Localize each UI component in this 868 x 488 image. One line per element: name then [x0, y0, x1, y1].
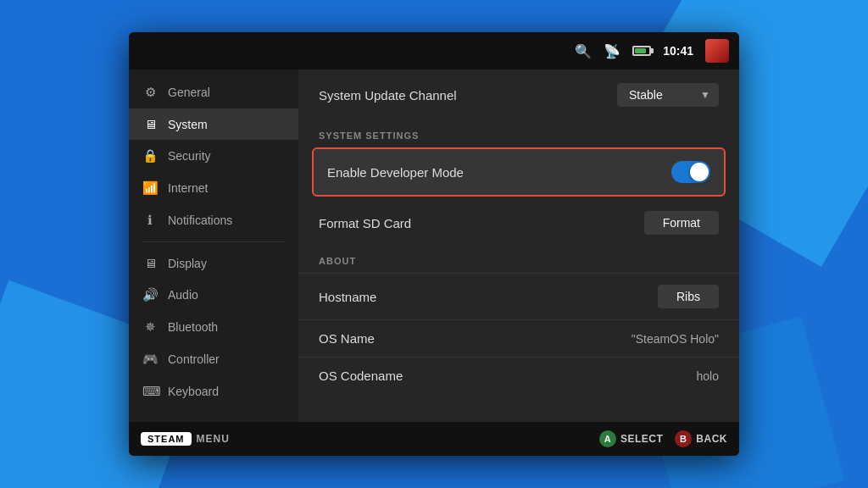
lock-icon: 🔒: [142, 148, 158, 164]
steam-logo: STEAM: [141, 432, 192, 446]
bottom-bar: STEAM MENU A SELECT B BACK: [129, 422, 739, 456]
search-icon[interactable]: 🔍: [575, 43, 592, 59]
os-name-label: OS Name: [319, 331, 375, 346]
signal-icon: 📡: [604, 43, 620, 59]
menu-label: MENU: [197, 433, 230, 445]
sidebar-label-notifications: Notifications: [168, 214, 232, 227]
format-sd-button[interactable]: Format: [644, 211, 719, 235]
info-icon: ℹ: [142, 213, 158, 228]
os-codename-value: holo: [697, 369, 719, 383]
sidebar-item-bluetooth[interactable]: ✵ Bluetooth: [129, 311, 298, 343]
controller-icon: 🎮: [142, 352, 158, 367]
format-sd-row: Format SD Card Format: [298, 200, 739, 246]
os-codename-row: OS Codename holo: [298, 357, 739, 394]
sidebar-item-display[interactable]: 🖥 Display: [129, 247, 298, 279]
keyboard-icon: ⌨: [142, 384, 158, 399]
back-control: B BACK: [675, 430, 727, 447]
display-icon: 🖥: [142, 256, 158, 270]
update-channel-label: System Update Channel: [319, 88, 457, 103]
back-label: BACK: [696, 433, 727, 445]
bluetooth-icon: ✵: [142, 319, 158, 335]
sidebar-item-controller[interactable]: 🎮 Controller: [129, 343, 298, 375]
sidebar-label-keyboard: Keyboard: [168, 385, 219, 398]
bottom-controls: A SELECT B BACK: [599, 430, 727, 447]
sidebar-item-internet[interactable]: 📶 Internet: [129, 172, 298, 204]
update-channel-dropdown-wrapper[interactable]: Stable Beta Preview ▼: [617, 83, 719, 107]
hostname-row: Hostname Ribs: [298, 273, 739, 319]
hostname-value[interactable]: Ribs: [658, 285, 719, 308]
sidebar-item-system[interactable]: 🖥 System: [129, 108, 298, 140]
sidebar-label-controller: Controller: [168, 352, 220, 366]
sidebar: ⚙ General 🖥 System 🔒 Security 📶 Internet…: [129, 69, 298, 422]
sidebar-item-general[interactable]: ⚙ General: [129, 76, 298, 108]
sidebar-item-notifications[interactable]: ℹ Notifications: [129, 204, 298, 236]
titlebar: 🔍 📡 10:41: [129, 32, 739, 69]
clock: 10:41: [663, 44, 693, 58]
sidebar-item-security[interactable]: 🔒 Security: [129, 140, 298, 172]
sidebar-divider: [142, 241, 285, 242]
update-channel-row: System Update Channel Stable Beta Previe…: [298, 69, 739, 120]
sidebar-item-audio[interactable]: 🔊 Audio: [129, 279, 298, 311]
sidebar-label-bluetooth: Bluetooth: [168, 320, 218, 334]
sidebar-label-security: Security: [168, 149, 211, 163]
speaker-icon: 🔊: [142, 287, 158, 302]
select-label: SELECT: [620, 433, 663, 445]
avatar[interactable]: [705, 39, 729, 63]
sidebar-label-general: General: [168, 86, 210, 99]
toggle-knob: [690, 163, 709, 181]
settings-window: 🔍 📡 10:41 ⚙ General 🖥 System 🔒 Secu: [129, 32, 739, 456]
sidebar-label-internet: Internet: [168, 181, 208, 195]
monitor-icon: 🖥: [142, 117, 158, 131]
about-header: ABOUT: [298, 246, 739, 273]
b-button[interactable]: B: [675, 430, 692, 447]
wifi-icon: 📶: [142, 180, 158, 196]
os-name-row: OS Name "SteamOS Holo": [298, 319, 739, 357]
os-codename-label: OS Codename: [319, 369, 403, 383]
sidebar-label-audio: Audio: [168, 288, 198, 302]
developer-mode-row[interactable]: Enable Developer Mode: [312, 147, 726, 197]
system-settings-header: SYSTEM SETTINGS: [298, 120, 739, 147]
sidebar-label-display: Display: [168, 257, 207, 270]
developer-mode-toggle[interactable]: [671, 161, 710, 183]
developer-mode-label: Enable Developer Mode: [327, 165, 464, 180]
main-area: ⚙ General 🖥 System 🔒 Security 📶 Internet…: [129, 69, 739, 422]
a-button[interactable]: A: [599, 430, 616, 447]
select-control: A SELECT: [599, 430, 663, 447]
hostname-label: Hostname: [319, 290, 376, 304]
gear-icon: ⚙: [142, 85, 158, 100]
battery-icon: [632, 46, 651, 56]
sidebar-label-system: System: [168, 118, 208, 131]
update-channel-dropdown[interactable]: Stable Beta Preview: [617, 83, 719, 107]
os-name-value: "SteamOS Holo": [632, 332, 719, 346]
sidebar-item-keyboard[interactable]: ⌨ Keyboard: [129, 375, 298, 408]
format-sd-label: Format SD Card: [319, 216, 411, 230]
content-area: System Update Channel Stable Beta Previe…: [298, 69, 739, 422]
